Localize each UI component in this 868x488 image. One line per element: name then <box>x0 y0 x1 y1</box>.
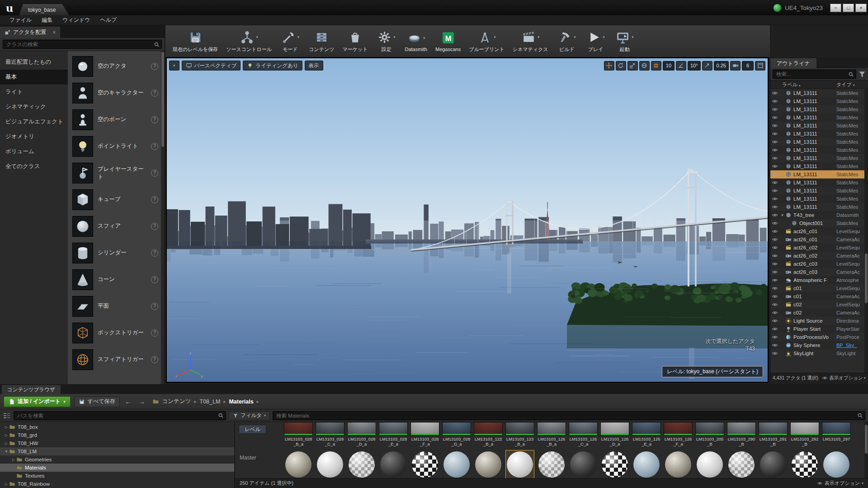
outliner-row[interactable]: LM_13111StaticMes <box>770 195 868 203</box>
chevron-down-icon[interactable]: ▾ <box>603 35 605 39</box>
move-tool-button[interactable] <box>604 61 614 70</box>
eye-icon[interactable] <box>817 480 823 486</box>
place-category[interactable]: 最近配置したもの <box>0 55 68 70</box>
viewport-show-button[interactable]: 表示 <box>305 61 323 70</box>
eye-icon[interactable] <box>772 106 778 113</box>
asset-item[interactable]: LM13103_028_C_a <box>316 422 344 447</box>
viewport[interactable]: ▾ パースペクティブ ライティングあり 表示 10 10° <box>166 57 769 383</box>
eye-icon[interactable] <box>772 318 778 324</box>
eye-icon[interactable] <box>772 269 778 275</box>
tree-arrow-icon[interactable]: ▷ <box>11 458 16 462</box>
breadcrumb-item[interactable]: Materials <box>229 399 253 405</box>
eye-icon[interactable] <box>772 163 778 169</box>
toolbar-button[interactable]: ▾ビルド <box>553 28 581 55</box>
asset-item[interactable] <box>379 450 408 478</box>
path-search[interactable] <box>14 411 226 420</box>
expander-arrow-icon[interactable]: ▼ <box>780 213 785 217</box>
save-all-button[interactable]: すべて保存 <box>74 396 120 407</box>
eye-icon[interactable] <box>772 334 778 340</box>
chevron-down-icon[interactable]: ▾ <box>393 35 396 39</box>
folder-tree-item[interactable]: ▷Geometries <box>0 455 234 464</box>
asset-item[interactable]: LM13103_126_C_a <box>569 422 598 447</box>
place-category[interactable]: ビジュアルエフェクト <box>0 114 68 129</box>
viewport-options-button[interactable]: ▾ <box>169 61 179 70</box>
outliner-row[interactable]: act26_c02CameraAc <box>770 252 868 260</box>
toolbar-button[interactable]: 現在のレベルを保存 <box>169 28 222 55</box>
eye-icon[interactable] <box>772 114 778 121</box>
eye-icon[interactable] <box>822 375 828 381</box>
folder-tree-item[interactable]: ▼T08_LM <box>0 447 234 455</box>
eye-icon[interactable] <box>772 261 778 267</box>
asset-item[interactable]: LM13103_028_B_a <box>284 422 313 447</box>
outliner-filter-icon[interactable] <box>858 70 866 78</box>
outliner-row[interactable]: ▼T43_treeDatasmith <box>770 211 868 219</box>
class-search-input[interactable] <box>6 42 151 47</box>
asset-item[interactable] <box>759 450 788 478</box>
outliner-row[interactable]: LM_13111StaticMes <box>770 130 868 138</box>
breadcrumb-item[interactable]: T08_LM <box>200 399 221 405</box>
rotation-snap-toggle[interactable] <box>676 61 686 70</box>
eye-icon[interactable] <box>772 179 778 186</box>
place-category[interactable]: 基本 <box>0 70 68 84</box>
asset-search-input[interactable] <box>276 413 855 418</box>
place-actor-item[interactable]: キューブ? <box>72 186 165 213</box>
tree-arrow-icon[interactable]: ▷ <box>4 482 9 486</box>
viewport-perspective-button[interactable]: パースペクティブ <box>182 61 241 70</box>
asset-item[interactable] <box>537 450 566 478</box>
unreal-logo-icon[interactable]: u <box>0 0 19 15</box>
asset-item[interactable] <box>442 450 471 478</box>
outliner-row[interactable]: LM_13111StaticMes <box>770 89 868 97</box>
outliner-row[interactable]: c02CameraAc <box>770 309 868 317</box>
camera-speed-value[interactable]: 6 <box>742 61 754 70</box>
chevron-down-icon[interactable]: ▾ <box>574 35 576 39</box>
close-button[interactable]: × <box>855 4 867 12</box>
eye-icon[interactable] <box>772 236 778 243</box>
folder-tree-item[interactable]: ▷T08_HW <box>0 439 234 447</box>
chevron-down-icon[interactable]: ▾ <box>494 35 496 39</box>
asset-item[interactable] <box>600 450 629 478</box>
asset-item[interactable] <box>569 450 598 478</box>
eye-icon[interactable] <box>772 188 778 194</box>
filter-button[interactable]: フィルタ ▾ <box>229 411 270 420</box>
scale-snap-toggle[interactable] <box>702 61 712 70</box>
place-category[interactable]: 全てのクラス <box>0 159 68 174</box>
toolbar-button[interactable]: マーケット <box>339 28 371 55</box>
outliner-row[interactable]: act26_c01LevelSequ <box>770 227 868 235</box>
outliner-row[interactable]: act26_c03LevelSequ <box>770 260 868 268</box>
restore-button[interactable]: □ <box>843 4 854 12</box>
folder-tree-item[interactable]: ▷T08_Rainbow <box>0 480 234 488</box>
outliner-row[interactable]: c01LevelSequ <box>770 284 868 292</box>
assets-scrollbar[interactable] <box>864 422 868 478</box>
level-tab[interactable]: tokyo_base <box>19 4 69 15</box>
rotate-tool-button[interactable] <box>616 61 626 70</box>
outliner-row[interactable]: Sky SphereBP_Sky_ <box>770 341 868 349</box>
place-actor-item[interactable]: ポイントライト? <box>72 133 165 160</box>
toolbar-button[interactable]: コンテンツ <box>305 28 338 55</box>
content-browser-tab[interactable]: コンテンツブラウザ <box>2 385 61 394</box>
place-actor-item[interactable]: ボックストリガー? <box>72 319 165 346</box>
place-category[interactable]: シネマティック <box>0 99 68 114</box>
asset-item[interactable]: LM13103_028_E_a <box>379 422 408 447</box>
outliner-row-type[interactable]: BP_Sky_ <box>836 343 868 348</box>
minimize-button[interactable]: − <box>830 4 841 12</box>
outliner-tab[interactable]: アウトライナ <box>770 58 816 68</box>
maximize-viewport-button[interactable] <box>755 61 765 70</box>
outliner-row[interactable]: LM_13111StaticMes <box>770 178 868 187</box>
asset-item[interactable] <box>410 450 439 478</box>
place-actors-scrollbar[interactable] <box>161 51 165 384</box>
outliner-row[interactable]: act26_c03CameraAc <box>770 268 868 276</box>
close-icon[interactable]: × <box>52 29 56 36</box>
place-actor-item[interactable]: 空のアクタ? <box>72 53 165 80</box>
place-actor-item[interactable]: プレイヤースタート? <box>72 160 165 186</box>
toolbar-button[interactable]: ▾ソースコントロール <box>222 28 275 55</box>
asset-item[interactable] <box>316 450 344 478</box>
asset-item[interactable]: LM13103_126_E_a <box>632 422 661 447</box>
outliner-row[interactable]: LM_13111StaticMes <box>770 105 868 113</box>
folder-tree-item[interactable]: ▷T08_grd <box>0 431 234 439</box>
asset-item[interactable] <box>284 450 313 478</box>
path-search-input[interactable] <box>17 413 216 418</box>
eye-icon[interactable] <box>772 90 778 96</box>
place-actor-item[interactable]: 空のポーン? <box>72 106 165 133</box>
place-actor-item[interactable]: シリンダー? <box>72 239 165 266</box>
eye-icon[interactable] <box>772 310 778 316</box>
